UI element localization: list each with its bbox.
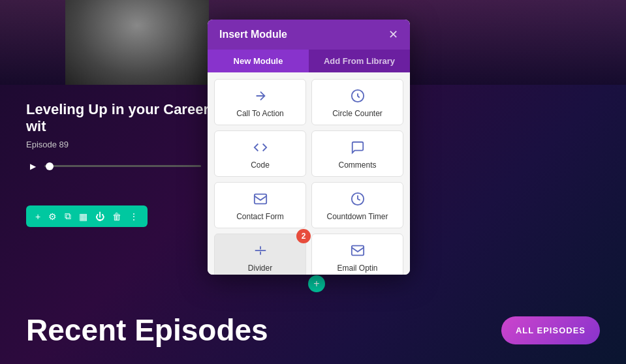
- more-icon[interactable]: ⋮: [129, 211, 138, 222]
- module-code-label: Code: [251, 160, 270, 170]
- recent-episodes-section: Recent Episodes ALL EPISODES: [0, 312, 626, 348]
- progress-handle: [46, 162, 54, 170]
- episode-title: Leveling Up in your Career, wit: [26, 101, 215, 136]
- module-circle-counter[interactable]: Circle Counter: [311, 79, 403, 125]
- module-circle-counter-label: Circle Counter: [332, 109, 383, 118]
- module-cta-label: Call To Action: [236, 109, 284, 118]
- module-email-optin[interactable]: Email Optin: [311, 234, 403, 275]
- add-teal-button[interactable]: +: [308, 275, 325, 292]
- module-divider-label: Divider: [248, 264, 272, 273]
- audio-player: ▶: [26, 160, 215, 173]
- modal-header: Insert Module ✕: [208, 20, 410, 50]
- insert-module-modal: Insert Module ✕ New Module Add From Libr…: [208, 20, 410, 275]
- settings-icon[interactable]: ⚙: [48, 211, 57, 222]
- email-optin-icon: [351, 243, 365, 260]
- edit-toolbar[interactable]: + ⚙ ⧉ ▦ ⏻ 🗑 ⋮: [26, 205, 148, 227]
- progress-bar[interactable]: [44, 165, 201, 167]
- all-episodes-button[interactable]: ALL EPISODES: [501, 316, 600, 344]
- grid-icon[interactable]: ▦: [79, 211, 87, 222]
- modules-grid: Call To Action Circle Counter: [214, 79, 403, 275]
- badge-2: 2: [296, 229, 311, 243]
- countdown-timer-icon: [351, 192, 365, 208]
- module-comments-label: Comments: [338, 160, 376, 170]
- divider-icon: [253, 243, 268, 260]
- code-icon: [253, 140, 268, 157]
- play-button[interactable]: ▶: [26, 160, 39, 173]
- duplicate-icon[interactable]: ⧉: [65, 211, 71, 222]
- modal-body: Call To Action Circle Counter: [208, 72, 410, 275]
- module-contact-form-label: Contact Form: [236, 212, 284, 221]
- circle-counter-icon: [351, 89, 365, 105]
- person-image: [65, 0, 209, 85]
- tab-add-from-library[interactable]: Add From Library: [309, 50, 410, 72]
- power-icon[interactable]: ⏻: [95, 211, 104, 222]
- tab-new-module[interactable]: New Module: [208, 50, 309, 72]
- module-countdown-timer[interactable]: Countdown Timer: [311, 182, 403, 228]
- modal-tabs: New Module Add From Library: [208, 50, 410, 72]
- module-divider[interactable]: 2 Divider: [214, 234, 306, 275]
- left-content: Leveling Up in your Career, wit Episode …: [26, 101, 215, 186]
- comments-icon: [351, 140, 365, 157]
- module-code[interactable]: Code: [214, 130, 306, 177]
- episode-number: Episode 89: [26, 140, 215, 149]
- modal-title: Insert Module: [219, 29, 287, 40]
- add-icon[interactable]: +: [35, 211, 40, 222]
- modal-close-button[interactable]: ✕: [388, 29, 398, 40]
- delete-icon[interactable]: 🗑: [112, 211, 121, 222]
- recent-episodes-title: Recent Episodes: [26, 312, 268, 348]
- module-countdown-timer-label: Countdown Timer: [326, 212, 388, 221]
- module-comments[interactable]: Comments: [311, 130, 403, 177]
- contact-form-icon: [253, 192, 268, 208]
- cta-icon: [253, 89, 268, 105]
- module-call-to-action[interactable]: Call To Action: [214, 79, 306, 125]
- module-contact-form[interactable]: Contact Form: [214, 182, 306, 228]
- module-email-optin-label: Email Optin: [337, 264, 377, 273]
